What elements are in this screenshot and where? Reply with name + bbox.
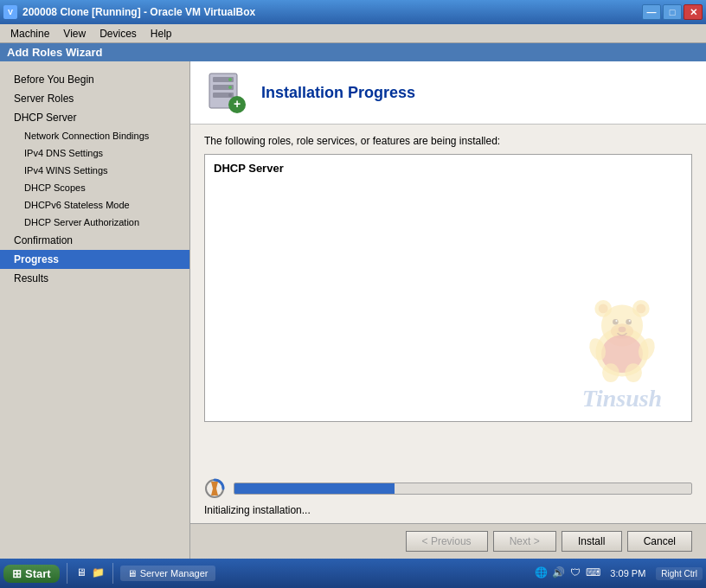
sidebar-item-dhcp-server[interactable]: DHCP Server: [0, 108, 189, 127]
window-title: 200008 Clone [Running] - Oracle VM Virtu…: [22, 6, 255, 18]
content-description: The following roles, role services, or f…: [204, 135, 692, 147]
page-icon: +: [204, 70, 249, 115]
svg-point-15: [611, 323, 633, 338]
menu-devices[interactable]: Devices: [93, 26, 144, 42]
sidebar-item-before-you-begin[interactable]: Before You Begin: [0, 70, 189, 89]
close-button[interactable]: ✕: [684, 4, 703, 20]
sidebar-item-server-roles[interactable]: Server Roles: [0, 89, 189, 108]
svg-point-18: [615, 320, 617, 322]
menu-view[interactable]: View: [56, 26, 93, 42]
wizard-footer: < Previous Next > Install Cancel: [190, 523, 706, 559]
svg-point-23: [636, 336, 658, 363]
page-header-title: Installation Progress: [261, 84, 415, 102]
svg-point-10: [601, 305, 643, 347]
sidebar-item-ipv4-dns[interactable]: IPv4 DNS Settings: [0, 144, 189, 162]
taskbar-left: ⊞ Start 🖥 📁 🖥 Server Manager: [3, 563, 215, 584]
server-manager-label: Server Manager: [140, 568, 209, 578]
content-body: The following roles, role services, or f…: [190, 125, 706, 471]
menu-machine[interactable]: Machine: [3, 26, 56, 42]
svg-point-22: [587, 336, 608, 363]
watermark: Tinsush: [562, 278, 683, 412]
svg-point-19: [629, 320, 631, 322]
quicklaunch-icon-2[interactable]: 📁: [92, 566, 106, 580]
start-label: Start: [25, 567, 51, 580]
svg-point-21: [601, 335, 643, 373]
sidebar-item-network-connection-bindings[interactable]: Network Connection Bindings: [0, 127, 189, 144]
window-controls: — □ ✕: [642, 4, 703, 20]
sidebar-item-progress[interactable]: Progress: [0, 250, 189, 269]
progress-bar-container: [234, 483, 692, 495]
install-button[interactable]: Install: [562, 531, 622, 552]
svg-point-14: [636, 304, 645, 313]
menu-bar: Machine View Devices Help: [0, 24, 706, 43]
svg-marker-27: [211, 482, 218, 495]
svg-point-13: [599, 304, 608, 313]
sys-tray: 🌐 🔊 🛡 ⌨: [534, 566, 600, 580]
content-area: + Installation Progress The following ro…: [190, 61, 706, 559]
install-item-dhcp: DHCP Server: [210, 160, 686, 176]
progress-status: Initializing installation...: [204, 504, 692, 516]
svg-point-24: [602, 363, 619, 382]
tray-icon-volume: 🔊: [551, 566, 565, 580]
svg-point-5: [228, 86, 232, 89]
previous-button[interactable]: < Previous: [406, 531, 488, 552]
taskbar: ⊞ Start 🖥 📁 🖥 Server Manager 🌐 🔊 🛡 ⌨ 3:0…: [0, 559, 706, 588]
quicklaunch-icon-1[interactable]: 🖥: [74, 566, 88, 580]
svg-point-17: [626, 319, 632, 325]
sidebar-item-results[interactable]: Results: [0, 269, 189, 288]
tray-icon-network: 🌐: [534, 566, 548, 580]
sidebar-item-dhcpv6-stateless[interactable]: DHCPv6 Stateless Mode: [0, 196, 189, 214]
sidebar-item-confirmation[interactable]: Confirmation: [0, 231, 189, 250]
svg-point-6: [228, 93, 232, 97]
start-button[interactable]: ⊞ Start: [3, 565, 60, 583]
progress-area: Initializing installation...: [190, 471, 706, 523]
svg-point-25: [625, 363, 642, 382]
svg-point-4: [228, 78, 232, 81]
clock: 3:09 PM: [605, 568, 651, 578]
wizard-body: Before You Begin Server Roles DHCP Serve…: [0, 61, 706, 559]
title-bar: V 200008 Clone [Running] - Oracle VM Vir…: [0, 0, 706, 24]
sidebar-item-ipv4-wins[interactable]: IPv4 WINS Settings: [0, 162, 189, 179]
svg-point-20: [619, 327, 626, 333]
install-list: DHCP Server: [204, 154, 692, 422]
main-window: Add Roles Wizard Before You Begin Server…: [0, 43, 706, 559]
taskbar-right: 🌐 🔊 🛡 ⌨ 3:09 PM Right Ctrl: [534, 566, 703, 580]
restore-button[interactable]: □: [663, 4, 682, 20]
svg-point-16: [613, 319, 619, 325]
sidebar-item-dhcp-authorization[interactable]: DHCP Server Authorization: [0, 214, 189, 231]
app-icon: V: [3, 5, 17, 19]
menu-help[interactable]: Help: [144, 26, 179, 42]
minimize-button[interactable]: —: [642, 4, 661, 20]
start-icon: ⊞: [12, 567, 22, 580]
right-ctrl-label: Right Ctrl: [656, 567, 703, 580]
taskbar-item-server-manager[interactable]: 🖥 Server Manager: [120, 566, 215, 581]
cancel-button[interactable]: Cancel: [627, 531, 692, 552]
svg-point-11: [594, 300, 612, 317]
tray-icon-keyboard: ⌨: [586, 566, 600, 580]
progress-bar-fill: [234, 483, 395, 494]
next-button[interactable]: Next >: [493, 531, 556, 552]
spinner-icon: [204, 478, 225, 499]
sidebar: Before You Begin Server Roles DHCP Serve…: [0, 61, 190, 559]
tray-icon-security: 🛡: [568, 566, 582, 580]
svg-point-12: [632, 300, 650, 317]
page-header: + Installation Progress: [190, 61, 706, 125]
wizard-header: Add Roles Wizard: [0, 43, 706, 61]
svg-text:+: +: [234, 97, 241, 111]
svg-point-9: [595, 328, 648, 377]
server-manager-icon: 🖥: [127, 568, 137, 578]
wizard-header-label: Add Roles Wizard: [7, 46, 102, 59]
sidebar-item-dhcp-scopes[interactable]: DHCP Scopes: [0, 179, 189, 196]
watermark-text: Tinsush: [562, 385, 683, 412]
